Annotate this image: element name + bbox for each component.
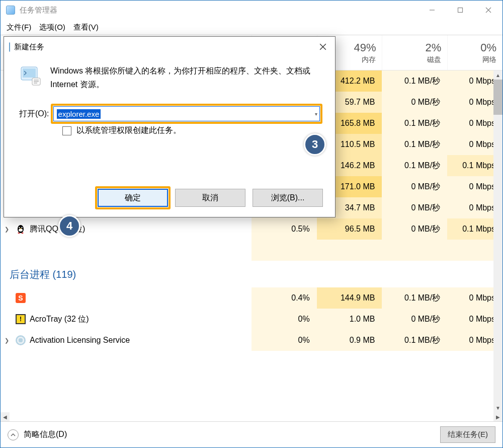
cell-disk: 0 MB/秒	[382, 197, 447, 218]
scroll-right-icon[interactable]: ▶	[493, 412, 502, 421]
cell-disk: 0 MB/秒	[382, 176, 447, 197]
cell-memory: 0.9 MB	[317, 330, 382, 351]
cell-disk: 0.1 MB/秒	[382, 330, 447, 351]
expander-icon[interactable]: ❯	[5, 226, 12, 233]
cell-disk: 0.1 MB/秒	[382, 134, 447, 155]
cell-disk: 0.1 MB/秒	[382, 70, 447, 92]
scroll-left-icon[interactable]: ◀	[1, 412, 10, 421]
process-icon	[16, 335, 26, 345]
process-icon	[16, 224, 26, 234]
table-row[interactable]: ! AcroTray (32 位) 0% 1.0 MB 0 MB/秒 0 Mbp…	[1, 309, 502, 330]
cell-cpu: 0%	[252, 330, 317, 351]
run-big-icon	[19, 64, 41, 86]
chevron-down-icon[interactable]: ▾	[315, 111, 317, 117]
table-row[interactable]: S 0.4% 144.9 MB 0.1 MB/秒 0 Mbps	[1, 287, 502, 309]
table-row[interactable]: ❯ Activation Licensing Service 0% 0.9 MB…	[1, 330, 502, 351]
new-task-dialog: 新建任务 Windows 将根据你所键入的名称，为你打开相应的程序、文件夹、文档…	[4, 36, 336, 217]
menu-view[interactable]: 查看(V)	[71, 22, 101, 33]
svg-point-5	[19, 229, 23, 232]
group-header-background[interactable]: 后台进程 (119)	[1, 261, 502, 287]
expander-icon[interactable]: ❯	[5, 337, 12, 344]
app-icon	[6, 5, 16, 15]
task-manager-window: 任务管理器 文件(F) 选项(O) 查看(V) 61% CPU 49% 内存	[0, 0, 503, 448]
menu-options[interactable]: 选项(O)	[37, 22, 67, 33]
process-name: Activation Licensing Service	[30, 336, 130, 345]
cell-memory: 144.9 MB	[317, 287, 382, 309]
cell-memory: 1.0 MB	[317, 309, 382, 330]
run-icon	[9, 43, 10, 51]
svg-rect-12	[23, 68, 36, 78]
open-label: 打开(O):	[19, 109, 49, 119]
scroll-up-icon[interactable]: ▲	[493, 70, 502, 80]
footer: 简略信息(D) 结束任务(E)	[1, 421, 502, 447]
svg-rect-1	[458, 8, 463, 13]
collapse-toggle[interactable]: 简略信息(D)	[8, 429, 67, 440]
titlebar: 任务管理器	[1, 1, 502, 20]
dialog-title: 新建任务	[14, 42, 44, 52]
admin-checkbox[interactable]	[62, 126, 71, 135]
process-icon: !	[16, 314, 26, 324]
end-task-button[interactable]: 结束任务(E)	[440, 426, 495, 443]
dialog-titlebar: 新建任务	[4, 37, 335, 57]
cell-disk: 0 MB/秒	[382, 92, 447, 113]
table-row	[1, 240, 502, 261]
minimize-button[interactable]	[418, 1, 446, 20]
open-combobox[interactable]: explorer.exe ▾	[53, 106, 320, 121]
annotation-badge-4: 4	[58, 215, 80, 237]
open-value: explorer.exe	[57, 109, 101, 119]
cell-cpu: 0%	[252, 309, 317, 330]
svg-point-6	[19, 227, 20, 228]
cancel-button[interactable]: 取消	[175, 189, 245, 207]
cell-cpu: 0.4%	[252, 287, 317, 309]
cell-memory: 96.5 MB	[317, 218, 382, 240]
svg-point-7	[21, 227, 22, 228]
scroll-thumb[interactable]	[493, 80, 502, 115]
col-disk[interactable]: 2% 磁盘	[382, 35, 447, 70]
annotation-badge-3: 3	[304, 133, 326, 156]
admin-checkbox-label: 以系统管理权限创建此任务。	[76, 125, 181, 136]
maximize-button[interactable]	[446, 1, 474, 20]
cell-disk: 0 MB/秒	[382, 309, 447, 330]
h-scroll-thumb[interactable]	[10, 412, 493, 421]
horizontal-scrollbar[interactable]: ◀ ▶	[1, 412, 502, 421]
chevron-up-icon	[8, 429, 19, 440]
svg-point-8	[20, 228, 22, 229]
ok-button[interactable]: 确定	[98, 189, 168, 207]
window-controls	[418, 1, 502, 20]
menubar: 文件(F) 选项(O) 查看(V)	[1, 20, 502, 35]
process-name: AcroTray (32 位)	[30, 314, 89, 325]
process-icon: S	[16, 293, 26, 303]
vertical-scrollbar[interactable]: ▲ ▼	[493, 70, 502, 412]
dialog-close-button[interactable]	[314, 40, 332, 54]
scroll-down-icon[interactable]: ▼	[493, 403, 502, 412]
menu-file[interactable]: 文件(F)	[5, 22, 33, 33]
dialog-description: Windows 将根据你所键入的名称，为你打开相应的程序、文件夹、文档或 Int…	[50, 64, 320, 91]
cell-disk: 0 MB/秒	[382, 218, 447, 240]
cell-disk: 0.1 MB/秒	[382, 155, 447, 176]
browse-button[interactable]: 浏览(B)...	[253, 189, 323, 207]
window-title: 任务管理器	[20, 6, 418, 15]
cell-disk: 0.1 MB/秒	[382, 287, 447, 309]
cell-cpu: 0.5%	[252, 218, 317, 240]
cell-disk: 0.1 MB/秒	[382, 113, 447, 134]
close-button[interactable]	[474, 1, 502, 20]
col-network[interactable]: 0% 网络	[447, 35, 502, 70]
